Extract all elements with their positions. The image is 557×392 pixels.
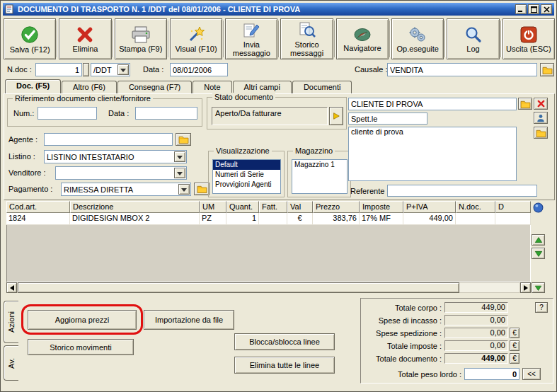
cliente-folder-button[interactable] bbox=[518, 98, 532, 110]
peso-lordo-input[interactable] bbox=[464, 368, 519, 380]
storico-messaggi-button[interactable]: Storico messaggi bbox=[280, 18, 333, 59]
grid-cell[interactable]: 1824 bbox=[6, 213, 70, 225]
doctype-combo[interactable]: /DDT bbox=[91, 63, 130, 76]
scrollbar-thumb[interactable] bbox=[18, 282, 459, 293]
grid-cell[interactable] bbox=[259, 213, 287, 225]
num-input[interactable] bbox=[38, 107, 97, 120]
grid-header-cell[interactable]: Fatt. bbox=[259, 201, 287, 213]
grid-header-cell[interactable]: P+IVA bbox=[403, 201, 456, 213]
maximize-button[interactable] bbox=[528, 4, 539, 14]
grid-header-cell[interactable]: Cod.art. bbox=[6, 201, 70, 213]
row-move-up-button[interactable] bbox=[532, 234, 545, 246]
salva-button[interactable]: Salva (F12) bbox=[4, 18, 56, 59]
stampa-button[interactable]: Stampa (F9) bbox=[115, 18, 167, 59]
minimize-button[interactable] bbox=[515, 4, 527, 14]
importazione-da-file-button[interactable]: Importazione da file bbox=[144, 310, 234, 330]
documento-euro-button[interactable]: € bbox=[510, 353, 519, 364]
cliente-input[interactable] bbox=[348, 98, 517, 110]
uscita-button[interactable]: Uscita (ESC) bbox=[503, 18, 555, 59]
toolbar-separator bbox=[278, 21, 280, 57]
grid-info-button[interactable] bbox=[532, 202, 544, 213]
close-button[interactable] bbox=[541, 4, 552, 14]
grid-cell[interactable]: 383,76 bbox=[313, 213, 360, 225]
scroll-left-button[interactable] bbox=[6, 282, 17, 293]
delete-x-icon bbox=[76, 25, 94, 44]
tab-altro[interactable]: Altro (F6) bbox=[62, 81, 117, 94]
list-item[interactable]: Magazzino 1 bbox=[292, 160, 347, 170]
rif-data-input[interactable] bbox=[135, 107, 197, 120]
grid-header-cell[interactable]: UM bbox=[200, 201, 226, 213]
listino-combo[interactable]: LISTINO INTESTATARIO bbox=[44, 150, 187, 163]
log-button[interactable]: Log bbox=[447, 18, 499, 59]
stato-value-panel: Aperto/Da fatturare bbox=[212, 107, 328, 125]
list-item[interactable]: Provvigioni Agenti bbox=[213, 180, 280, 190]
grid-cell[interactable]: 449,00 bbox=[403, 213, 456, 225]
list-item[interactable]: Default bbox=[213, 160, 280, 170]
stato-next-arrow-button[interactable] bbox=[329, 107, 343, 125]
green-up-arrow-icon bbox=[534, 236, 543, 244]
chevron-down-icon[interactable] bbox=[174, 168, 185, 178]
grid-cell[interactable]: PZ bbox=[200, 213, 226, 225]
visual-button[interactable]: Visual (F10) bbox=[170, 18, 222, 59]
tab-av[interactable]: Av. bbox=[4, 345, 18, 381]
grid-cell[interactable]: 1 bbox=[226, 213, 259, 225]
grid-header-cell[interactable]: Imposte bbox=[360, 201, 403, 213]
tab-consegna[interactable]: Consegna (F7) bbox=[117, 81, 192, 94]
elimina-button[interactable]: Elimina bbox=[59, 18, 111, 59]
spedizione-euro-button[interactable]: € bbox=[510, 328, 519, 338]
tab-documenti[interactable]: Documenti bbox=[292, 81, 352, 94]
cliente-note-textarea[interactable]: cliente di prova bbox=[348, 127, 517, 181]
grid-cell[interactable]: 17% MF bbox=[360, 213, 403, 225]
chevron-down-icon[interactable] bbox=[174, 151, 185, 162]
pagamento-combo[interactable]: RIMESSA DIRETTA bbox=[61, 183, 191, 196]
invia-messaggio-button[interactable]: Invia messaggio bbox=[225, 18, 277, 59]
storico-movimenti-button[interactable]: Storico movimenti bbox=[28, 339, 134, 355]
row-move-down-button[interactable] bbox=[532, 248, 545, 259]
date-input[interactable] bbox=[170, 63, 228, 76]
grid-header-cell[interactable]: Val bbox=[287, 201, 313, 213]
help-button[interactable]: ? bbox=[535, 302, 548, 313]
grid-header-cell[interactable]: Descrizione bbox=[70, 201, 200, 213]
aggiorna-prezzi-button[interactable]: Aggiorna prezzi bbox=[28, 310, 137, 330]
chevron-down-icon[interactable] bbox=[117, 64, 129, 75]
totale-documento-value: 449,00 bbox=[444, 353, 508, 364]
grid-header-cell[interactable]: Quant. bbox=[226, 201, 259, 213]
scroll-right-button[interactable] bbox=[520, 282, 531, 293]
grid-header-cell[interactable]: D bbox=[495, 201, 531, 213]
grid-cell[interactable] bbox=[495, 213, 531, 225]
agente-folder-button[interactable] bbox=[176, 133, 191, 146]
toolbar-separator bbox=[113, 21, 114, 57]
note-folder-button[interactable] bbox=[534, 127, 548, 139]
referente-input[interactable] bbox=[387, 185, 537, 197]
grid-header-cell[interactable]: Prezzo bbox=[313, 201, 360, 213]
grid-cell[interactable]: DIGIDESIGN MBOX 2 bbox=[70, 213, 200, 225]
imposte-euro-button[interactable]: € bbox=[510, 340, 519, 351]
cliente-clear-button[interactable] bbox=[534, 98, 548, 110]
list-item[interactable]: Numeri di Serie bbox=[213, 170, 280, 180]
grid-cell[interactable]: € bbox=[287, 213, 313, 225]
tab-doc[interactable]: Doc. (F5) bbox=[5, 79, 61, 94]
tab-azioni[interactable]: Azioni bbox=[4, 301, 18, 343]
grid-jump-end-button[interactable] bbox=[532, 282, 545, 293]
grid-header-cell[interactable]: N.doc. bbox=[456, 201, 495, 213]
grid-cell[interactable] bbox=[456, 213, 495, 225]
toolbar-button-label: Elimina bbox=[72, 45, 98, 53]
chevron-down-icon[interactable] bbox=[178, 184, 190, 195]
contact-person-button[interactable] bbox=[534, 112, 548, 124]
ndoc-spin-button[interactable] bbox=[83, 63, 89, 76]
scrollbar-track[interactable] bbox=[17, 282, 520, 293]
causale-input[interactable] bbox=[387, 63, 537, 76]
op-eseguite-button[interactable]: Op.eseguite bbox=[391, 18, 444, 59]
collapse-totals-button[interactable]: << bbox=[522, 368, 541, 380]
peso-lordo-label: Totale peso lordo : bbox=[362, 370, 461, 379]
pagamento-folder-button[interactable] bbox=[194, 183, 209, 195]
elimina-tutte-le-linee-button[interactable]: Elimina tutte le linee bbox=[234, 357, 335, 374]
blocca-sblocca-linee-button[interactable]: Blocca/sblocca linee bbox=[234, 333, 335, 350]
navigatore-button[interactable]: Navigatore bbox=[336, 18, 389, 59]
venditore-combo[interactable] bbox=[55, 166, 187, 180]
grid-row[interactable]: 1824 DIGIDESIGN MBOX 2 PZ 1 € 383,76 17%… bbox=[6, 213, 531, 225]
causale-folder-button[interactable] bbox=[540, 63, 554, 76]
spettle-input[interactable] bbox=[348, 113, 427, 125]
agente-input[interactable] bbox=[44, 133, 173, 146]
ndoc-input[interactable] bbox=[35, 63, 82, 76]
